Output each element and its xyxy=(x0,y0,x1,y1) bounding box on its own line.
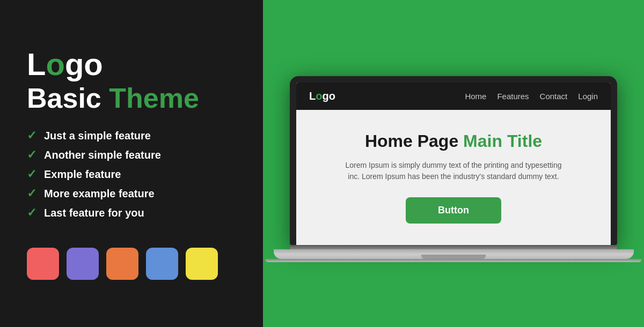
feature-label-3: Exmple feature xyxy=(44,168,121,181)
feature-item-1: ✓ Just a simple feature xyxy=(27,129,236,143)
check-icon-2: ✓ xyxy=(27,148,36,162)
laptop-screen-outer: Logo Home Features Contact Login Home Pa… xyxy=(290,76,617,245)
blue-swatch[interactable] xyxy=(146,248,178,280)
features-list: ✓ Just a simple feature ✓ Another simple… xyxy=(27,129,236,225)
subtitle: Basic Theme xyxy=(27,83,236,114)
nav-features[interactable]: Features xyxy=(497,92,529,101)
feature-item-3: ✓ Exmple feature xyxy=(27,167,236,181)
feature-label-4: More example feature xyxy=(44,188,155,200)
left-panel: Logo Basic Theme ✓ Just a simple feature… xyxy=(0,0,263,327)
nav-home[interactable]: Home xyxy=(465,92,486,101)
check-icon-5: ✓ xyxy=(27,206,36,220)
feature-label-1: Just a simple feature xyxy=(44,130,151,142)
purple-swatch[interactable] xyxy=(67,248,99,280)
hero-title-plain: Home Page xyxy=(365,131,463,151)
subtitle-green: Theme xyxy=(109,83,199,114)
right-panel: Logo Home Features Contact Login Home Pa… xyxy=(263,0,644,327)
nav-login[interactable]: Login xyxy=(578,92,598,101)
check-icon-4: ✓ xyxy=(27,187,36,200)
screen-nav-logo: Logo xyxy=(309,90,335,102)
laptop-foot-bar xyxy=(265,259,642,262)
feature-label-5: Last feature for you xyxy=(44,207,144,219)
feature-item-2: ✓ Another simple feature xyxy=(27,148,236,162)
logo-title: Logo xyxy=(27,47,236,81)
screen-logo-green: o xyxy=(316,90,322,102)
screen-navbar: Logo Home Features Contact Login xyxy=(296,83,611,110)
feature-item-4: ✓ More example feature xyxy=(27,187,236,200)
feature-item-5: ✓ Last feature for you xyxy=(27,206,236,220)
screen-hero: Home Page Main Title Lorem Ipsum is simp… xyxy=(296,110,611,245)
laptop-mockup: Logo Home Features Contact Login Home Pa… xyxy=(290,76,617,262)
red-swatch[interactable] xyxy=(27,248,59,280)
nav-links: Home Features Contact Login xyxy=(465,92,598,101)
orange-swatch[interactable] xyxy=(106,248,138,280)
hero-title-green: Main Title xyxy=(463,131,542,151)
hero-button[interactable]: Button xyxy=(406,197,501,224)
hero-description: Lorem Ipsum is simply dummy text of the … xyxy=(341,160,566,182)
laptop-screen-inner: Logo Home Features Contact Login Home Pa… xyxy=(296,83,611,245)
check-icon-3: ✓ xyxy=(27,167,36,181)
nav-contact[interactable]: Contact xyxy=(540,92,568,101)
yellow-swatch[interactable] xyxy=(186,248,218,280)
logo-green-letter: o xyxy=(46,47,64,81)
hero-title: Home Page Main Title xyxy=(312,131,595,151)
feature-label-2: Another simple feature xyxy=(44,149,161,161)
color-swatches xyxy=(27,248,236,280)
laptop-bottom xyxy=(274,249,634,259)
laptop-base xyxy=(290,245,617,262)
laptop-hinge xyxy=(290,245,617,249)
check-icon-1: ✓ xyxy=(27,129,36,143)
